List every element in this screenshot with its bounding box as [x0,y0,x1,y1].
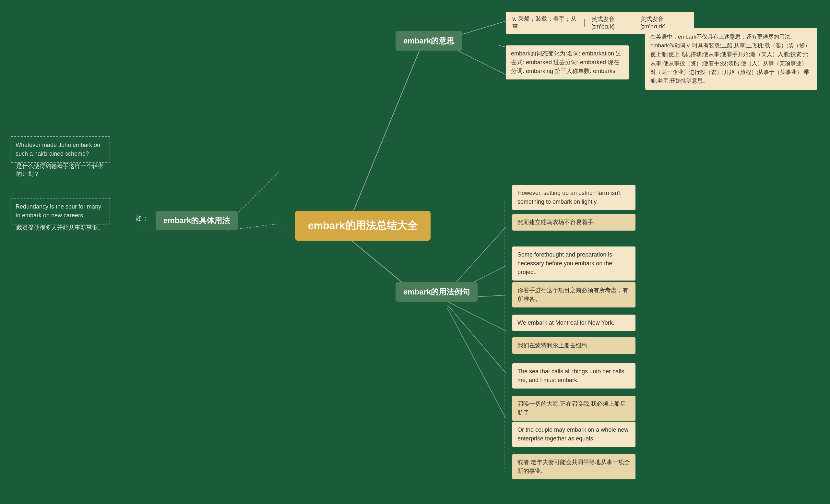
right-ex5-en: Or the couple may embark on a whole new … [517,427,628,442]
example-left-2-en: Redundancy is the spur for many to embar… [10,198,110,224]
example-left-1-en: Whatever made John embark on such a hair… [10,136,110,163]
right-example-3-zh: 我们在蒙特利尔上船去纽约. [512,337,635,354]
central-node: embark的用法总结大全 [295,211,430,241]
meaning-desc-text: embark的词态变化为:名词: embarkation 过去式: embark… [511,50,621,74]
full-meaning-box: 在英语中，embark不仅具有上述意思，还有更详尽的用法。embark作动词 v… [645,28,817,90]
branch1-label: embark的意思 [403,36,454,45]
right-example-1-en: However, setting up an ostrich farm isn'… [512,185,635,210]
right-ex3-zh: 我们在蒙特利尔上船去纽约. [517,342,589,349]
svg-line-12 [447,302,506,331]
right-ex3-en: We embark at Montreal for New York. [517,319,614,326]
right-example-2-zh: 你着手进行这个项目之前必须有所考虑，有所准备。 [512,282,635,308]
branch-node-examples: embark的用法例句 [395,282,478,302]
right-example-5-en: Or the couple may embark on a whole new … [512,421,635,447]
example-left-1-zh: 是什么使得约翰着手这样一个轻率的计划？ [16,162,107,178]
right-example-4-zh: 召唤一切的大海,正在召唤我,我必须上船启航了. [512,396,635,421]
pos-text: v. 乘船；装载；着手；从事 [512,15,578,30]
example-left-2-en-text: Redundancy is the spur for many to embar… [15,203,101,219]
right-ex5-zh: 或者,老年夫妻可能会共同平等地从事一项全新的事业. [517,459,630,474]
rui-label: 如： [135,214,149,223]
right-ex1-en: However, setting up an ostrich farm isn'… [517,190,621,205]
svg-line-13 [447,305,506,373]
right-ex2-zh: 你着手进行这个项目之前必须有所考虑，有所准备。 [517,287,628,302]
right-ex4-en: The sea that calls all things unto her c… [517,368,624,383]
meaning-desc-box: embark的词态变化为:名词: embarkation 过去式: embark… [506,45,629,80]
branch2-label: embark的具体用法 [163,216,230,225]
svg-line-14 [447,308,506,418]
branch-node-usage: embark的具体用法 [156,211,238,230]
right-example-1-zh: 然而建立鸵鸟农场不容易着手. [512,214,635,230]
right-example-2-en: Some forethought and preparation is nece… [512,247,635,281]
central-label: embark的用法总结大全 [308,220,418,231]
svg-line-0 [347,45,421,227]
example-left-2-zh: 裁员促使很多人开始从事新事业。 [16,224,107,231]
right-ex4-zh: 召唤一切的大海,正在召唤我,我必须上船启航了. [517,401,626,416]
right-example-4-en: The sea that calls all things unto her c… [512,363,635,388]
british-pronunciation: 英式发音 [ɪm'bɑːk] [592,15,636,30]
branch3-label: embark的用法例句 [403,287,470,296]
example-left-1-en-text: Whatever made John embark on such a hair… [15,142,100,157]
right-ex2-en: Some forethought and preparation is nece… [517,251,612,275]
divider [584,19,585,27]
branch-node-meaning: embark的意思 [395,31,462,51]
right-ex1-zh: 然而建立鸵鸟农场不容易着手. [517,219,595,225]
right-example-5-zh: 或者,老年夫妻可能会共同平等地从事一项全新的事业. [512,454,635,479]
full-meaning-text: 在英语中，embark不仅具有上述意思，还有更详尽的用法。embark作动词 v… [650,34,811,84]
right-example-3-en: We embark at Montreal for New York. [512,315,635,331]
